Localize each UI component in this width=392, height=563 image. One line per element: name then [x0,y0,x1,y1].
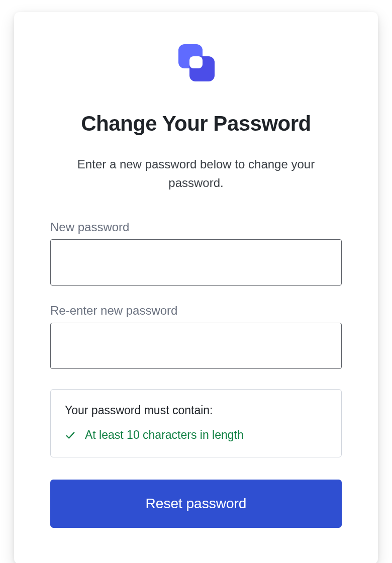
change-password-card: Change Your Password Enter a new passwor… [14,12,378,563]
requirement-item: At least 10 characters in length [65,428,327,442]
page-subtitle: Enter a new password below to change you… [55,155,337,192]
check-icon [65,430,76,441]
reset-password-button[interactable]: Reset password [50,480,342,528]
requirement-text: At least 10 characters in length [85,428,244,442]
confirm-password-input[interactable] [50,323,342,369]
confirm-password-label: Re-enter new password [50,304,342,318]
password-requirements-box: Your password must contain: At least 10 … [50,389,342,457]
new-password-input[interactable] [50,239,342,286]
requirements-title: Your password must contain: [65,404,327,417]
change-password-form: New password Re-enter new password Your … [50,220,342,528]
new-password-label: New password [50,220,342,234]
svg-rect-2 [189,56,203,68]
page-title: Change Your Password [81,112,311,136]
app-logo-icon [173,42,219,87]
